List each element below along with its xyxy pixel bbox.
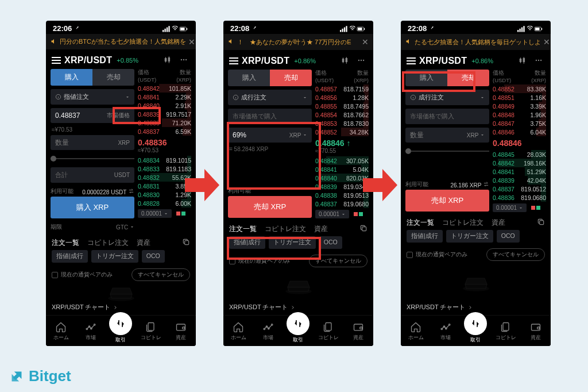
nav-market[interactable]: 市場 (432, 321, 459, 341)
nav-home[interactable]: ホーム (48, 321, 74, 341)
percent-input[interactable] (233, 131, 287, 139)
orderbook-row[interactable]: 0.48842 198.16K (493, 159, 546, 167)
more-icon[interactable] (355, 56, 368, 66)
orderbook-row[interactable]: 0.48855 818.7495 (315, 102, 369, 110)
more-icon[interactable] (177, 56, 190, 66)
orderbook-row[interactable]: 0.48841 5.04K (315, 165, 369, 174)
nav-trade[interactable]: 取引 (462, 319, 489, 344)
orderbook-row[interactable]: 0.48840 820.03K (315, 174, 369, 182)
amount-slider[interactable] (405, 147, 489, 155)
chart-icon[interactable] (161, 56, 174, 66)
subtab-trigger[interactable]: トリガー注文 (446, 230, 493, 243)
nav-copytrade[interactable]: コピトレ (138, 321, 164, 341)
orders-copy-icon[interactable] (359, 224, 368, 234)
price-input[interactable] (55, 112, 105, 120)
cancel-all-button[interactable]: すべてキャンセル (131, 268, 190, 281)
nav-trade[interactable]: 取引 (285, 319, 311, 344)
tab-sell[interactable]: 売却 (92, 69, 134, 86)
orderbook-row[interactable]: 0.48845 28.03K (493, 150, 546, 159)
orderbook-row[interactable]: 0.48842 307.05K (315, 156, 369, 165)
orderbook-row[interactable]: 0.48837 6.59K (138, 127, 191, 136)
book-layout-icons[interactable] (175, 210, 185, 217)
subtab-limit[interactable]: 指値|成行 (229, 236, 265, 249)
tab-copy-orders[interactable]: コピトレ注文 (265, 224, 306, 234)
orders-copy-icon[interactable] (537, 218, 545, 228)
market-price-btn[interactable]: 市場価格 (107, 112, 130, 120)
subtab-trigger[interactable]: トリガー注文 (91, 250, 138, 263)
promo-banner[interactable]: ！ ★あなたの夢が叶う★ 77万円分のE ✕ (223, 34, 373, 50)
orderbook-row[interactable]: 0.48836 819.0680 (493, 193, 546, 202)
pair-symbol[interactable]: XRP/USDT (419, 56, 467, 66)
orderbook-row[interactable]: 0.48839 819.0345 (315, 182, 369, 191)
tab-assets[interactable]: 資産 (492, 218, 505, 228)
pair-only-checkbox[interactable] (52, 272, 58, 278)
qty-input[interactable] (55, 139, 115, 147)
qty-input[interactable] (410, 131, 465, 139)
nav-copytrade[interactable]: コピトレ (315, 321, 342, 341)
submit-sell-button[interactable]: 売却 XRP (405, 190, 489, 212)
orderbook-row[interactable]: 0.48839 42.04K (493, 176, 546, 185)
orderbook-row[interactable]: 0.48846 6.04K (493, 128, 546, 136)
submit-sell-button[interactable]: 売却 XRP (228, 196, 312, 218)
percent-unit-select[interactable]: XRP (289, 132, 307, 139)
orderbook-row[interactable]: 0.48851 1.16K (493, 93, 546, 102)
nav-trade[interactable]: 取引 (107, 319, 134, 344)
tab-assets[interactable]: 資産 (314, 224, 328, 234)
orderbook-row[interactable]: 0.48832 55.62K (138, 173, 191, 182)
pair-only-checkbox[interactable] (229, 258, 235, 264)
promo-banner[interactable]: たる七夕抽選会！人気銘柄を毎日ゲットしよ ✕ (401, 34, 551, 50)
banner-close[interactable]: ✕ (362, 37, 369, 47)
orderbook-row[interactable]: 0.48841 2.29K (138, 93, 191, 101)
subtab-trigger[interactable]: トリガー注文 (269, 236, 316, 249)
expiry-row[interactable]: 期限GTC (51, 222, 134, 232)
orderbook-row[interactable]: 0.48840 2.91K (138, 101, 191, 110)
order-mode-select[interactable]: 成行注文 (228, 90, 312, 105)
depth-select[interactable]: 0.00001 (315, 208, 369, 218)
cancel-all-button[interactable]: すべてキャンセル (486, 248, 545, 261)
depth-select[interactable]: 0.00001 (493, 202, 546, 212)
amount-slider[interactable] (51, 155, 134, 163)
orderbook-row[interactable]: 0.48842 101.85K (138, 84, 191, 93)
trade-icon[interactable] (287, 312, 310, 335)
tab-sell[interactable]: 売却 (447, 70, 489, 86)
tab-open-orders[interactable]: 注文一覧 (229, 224, 257, 234)
orderbook-row[interactable]: 0.48852 83.38K (493, 84, 546, 93)
nav-assets[interactable]: 資産 (523, 321, 549, 341)
menu-icon[interactable] (52, 57, 61, 64)
nav-assets[interactable]: 資産 (168, 321, 194, 341)
orderbook-row[interactable]: 0.48833 819.1183 (138, 164, 191, 173)
orderbook-row[interactable]: 0.48856 1.28K (315, 93, 369, 102)
book-layout-icons[interactable] (530, 205, 540, 211)
depth-select[interactable]: 0.00001 (138, 207, 191, 218)
banner-close[interactable]: ✕ (188, 37, 195, 47)
cancel-all-button[interactable]: すべてキャンセル (309, 255, 368, 267)
orderbook-row[interactable]: 0.48841 51.29K (493, 167, 546, 176)
banner-close[interactable]: ✕ (543, 37, 550, 47)
orderbook-row[interactable]: 0.48852 34.28K (315, 128, 369, 136)
qty-unit-select[interactable]: XRP (467, 132, 485, 139)
subtab-limit[interactable]: 指値|成行 (407, 230, 443, 243)
orderbook-row[interactable]: 0.48837 819.0512 (493, 185, 546, 193)
subtab-limit[interactable]: 指値|成行 (52, 250, 88, 263)
subtab-oco[interactable]: OCO (319, 236, 342, 249)
more-icon[interactable] (532, 56, 545, 66)
subtab-oco[interactable]: OCO (142, 250, 165, 263)
promo-banner[interactable]: 円分のBTCが当たる七夕抽選会！人気銘柄を ✕ (46, 34, 196, 49)
menu-icon[interactable] (407, 57, 416, 64)
orderbook-row[interactable]: 0.48848 1.96K (493, 110, 546, 119)
orderbook-row[interactable]: 0.48854 818.7662 (315, 110, 369, 119)
trade-icon[interactable] (464, 312, 487, 335)
orderbook-row[interactable]: 0.48830 1.29K (138, 190, 191, 199)
tab-open-orders[interactable]: 注文一覧 (52, 238, 79, 248)
chart-icon[interactable] (339, 56, 351, 66)
tab-open-orders[interactable]: 注文一覧 (407, 218, 434, 228)
tab-copy-orders[interactable]: コピトレ注文 (442, 218, 483, 228)
tab-sell[interactable]: 売却 (270, 70, 312, 86)
trade-icon[interactable] (109, 312, 132, 335)
orders-copy-icon[interactable] (182, 238, 190, 248)
pair-symbol[interactable]: XRP/USDT (242, 56, 289, 66)
nav-market[interactable]: 市場 (78, 321, 104, 341)
pair-symbol[interactable]: XRP/USDT (64, 55, 112, 66)
nav-copytrade[interactable]: コピトレ (493, 321, 519, 341)
orderbook-row[interactable]: 0.48853 818.7830 (315, 119, 369, 128)
